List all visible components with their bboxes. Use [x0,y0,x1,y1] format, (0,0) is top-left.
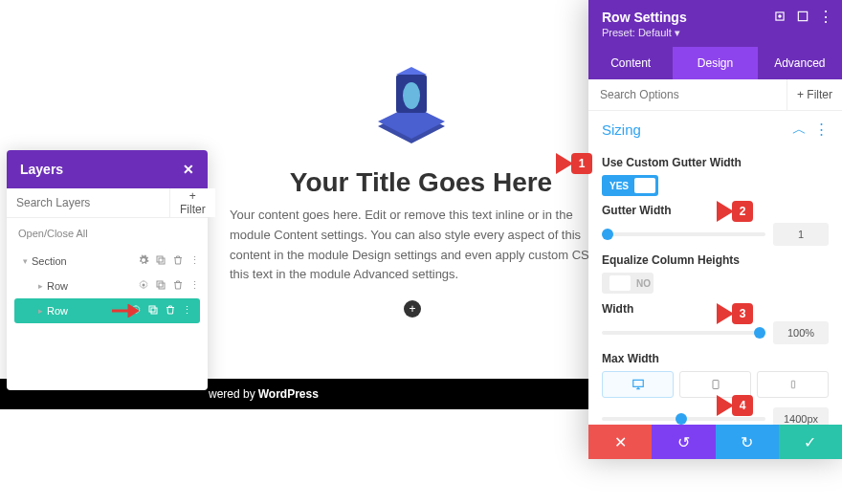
grid-icon[interactable] [796,10,809,23]
more-icon[interactable]: ⋮ [182,304,192,318]
undo-button[interactable]: ↺ [652,425,715,459]
hero-icon [364,67,459,163]
svg-rect-5 [159,258,165,264]
page-body-text: Your content goes here. Edit or remove t… [230,206,612,285]
value-width[interactable]: 100% [773,321,829,344]
settings-panel: Row Settings Preset: Default ▾ ⋮ Content… [588,0,842,459]
device-phone[interactable] [757,371,829,398]
duplicate-icon[interactable] [155,279,166,293]
duplicate-icon[interactable] [147,304,159,318]
trash-icon[interactable] [172,254,184,268]
svg-rect-12 [149,306,155,312]
svg-rect-9 [157,281,163,287]
layers-title: Layers [20,162,63,177]
open-close-all[interactable]: Open/Close All [7,218,208,249]
svg-rect-17 [713,381,719,389]
value-max-width[interactable]: 1400px [773,407,829,425]
annotation-arrow-icon [112,304,139,318]
label-equalize: Equalize Column Heights [602,253,829,267]
layers-search-input[interactable] [7,188,169,217]
slider-width[interactable] [602,331,765,335]
layers-filter-button[interactable]: + Filter [169,188,215,217]
layers-search-row: + Filter [7,188,208,218]
settings-header: Row Settings Preset: Default ▾ ⋮ [588,0,842,47]
trash-icon[interactable] [165,304,176,318]
layers-panel: Layers ✕ + Filter Open/Close All ▾ Secti… [7,150,208,390]
toggle-equalize[interactable]: NO [602,273,654,294]
confirm-button[interactable]: ✓ [779,425,842,459]
chevron-up-icon[interactable]: ︿ [792,121,807,139]
tab-content[interactable]: Content [588,47,673,79]
svg-point-7 [143,284,145,287]
callout-3: 3 [717,303,753,324]
settings-search-row: + Filter [588,79,842,111]
callout-1: 1 [556,153,592,174]
tree-label: Section [32,255,138,267]
label-custom-gutter: Use Custom Gutter Width [602,156,829,169]
slider-gutter-width[interactable] [602,232,765,236]
chevron-right-icon[interactable]: ▸ [33,306,47,316]
duplicate-icon[interactable] [155,254,166,268]
chevron-down-icon[interactable]: ▾ [18,256,32,266]
svg-point-14 [779,15,781,17]
footer-prefix: wered by [209,387,255,401]
more-icon[interactable]: ⋮ [814,121,829,139]
settings-footer: ✕ ↺ ↻ ✓ [588,425,842,459]
svg-rect-16 [632,380,643,386]
section-sizing-header[interactable]: Sizing ︿ ⋮ [588,111,842,148]
chevron-right-icon[interactable]: ▸ [33,281,47,291]
more-icon[interactable]: ⋮ [819,10,832,23]
gear-icon[interactable] [138,254,149,268]
callout-4: 4 [717,395,753,416]
settings-tabs: Content Design Advanced [588,47,842,79]
svg-rect-18 [791,381,794,388]
label-gutter-width: Gutter Width [602,204,829,217]
svg-rect-11 [151,308,157,314]
tree-label: Row [47,280,138,292]
delete-button[interactable]: ✕ [588,425,652,459]
tree-row-section[interactable]: ▾ Section ⋮ [7,249,208,274]
tab-design[interactable]: Design [673,47,757,79]
more-icon[interactable]: ⋮ [189,254,200,268]
svg-rect-6 [157,256,163,262]
svg-rect-8 [159,283,165,289]
value-gutter-width[interactable]: 1 [773,223,829,246]
label-max-width: Max Width [602,352,829,365]
tree-row-row-active[interactable]: ▸ Row ⋮ [14,298,200,323]
close-icon[interactable]: ✕ [183,162,194,177]
label-width: Width [602,302,829,316]
device-desktop[interactable] [602,371,674,398]
toggle-custom-gutter[interactable]: YES [602,175,658,196]
add-module-button[interactable]: + [404,300,421,318]
page-title: Your Title Goes Here [230,167,612,198]
trash-icon[interactable] [172,279,184,293]
redo-button[interactable]: ↻ [716,425,779,459]
slider-max-width[interactable] [602,417,765,421]
more-icon[interactable]: ⋮ [189,279,200,293]
settings-preset[interactable]: Preset: Default ▾ [602,27,829,39]
page-canvas: Your Title Goes Here Your content goes h… [0,0,842,504]
tab-advanced[interactable]: Advanced [758,47,842,79]
settings-filter-button[interactable]: + Filter [787,79,842,110]
gear-icon[interactable] [138,279,149,293]
device-tablet[interactable] [679,371,751,398]
section-title: Sizing [602,121,641,138]
expand-icon[interactable] [773,10,787,23]
svg-rect-15 [798,11,807,20]
svg-marker-3 [396,67,427,75]
footer-brand: WordPress [258,387,319,401]
callout-2: 2 [717,201,753,222]
layers-header: Layers ✕ [7,150,208,188]
svg-point-4 [403,82,420,109]
settings-search-input[interactable] [588,79,787,110]
tree-row-row[interactable]: ▸ Row ⋮ [7,274,208,298]
